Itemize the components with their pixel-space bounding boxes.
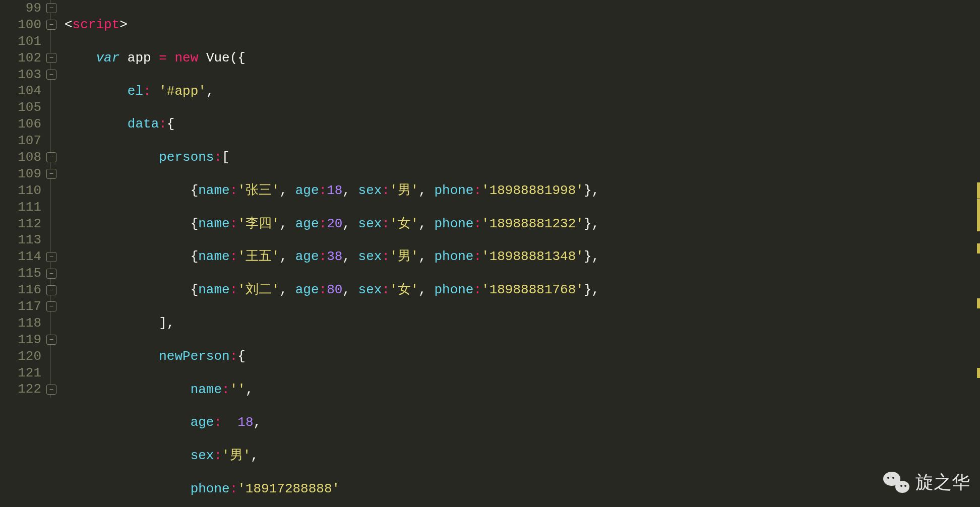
line-number-gutter: 99 100 101 102 103 104 105 106 107 108 1… [0,0,46,507]
fold-row [46,365,65,382]
code-line[interactable]: <script> [65,17,980,33]
line-number: 112 [0,216,46,232]
line-number: 120 [0,348,46,365]
line-number: 119 [0,332,46,348]
line-number: 113 [0,232,46,248]
fold-open-icon[interactable]: − [46,335,56,345]
code-line[interactable]: {name:'刘二', age:80, sex:'女', phone:'1898… [65,282,980,298]
fold-row: − [46,50,65,67]
line-number: 107 [0,133,46,149]
line-number: 108 [0,149,46,166]
code-editor[interactable]: 99 100 101 102 103 104 105 106 107 108 1… [0,0,980,507]
fold-row [46,182,65,199]
change-marker [977,182,980,199]
fold-gutter: −−−−−−−−−−−− [46,0,65,507]
fold-row: − [46,381,65,398]
watermark: 旋之华 [883,472,970,493]
fold-open-icon[interactable]: − [46,20,56,30]
line-number: 122 [0,381,46,398]
line-number: 111 [0,199,46,216]
fold-row: − [46,149,65,166]
fold-row [46,83,65,99]
fold-open-icon[interactable]: − [46,3,56,13]
fold-open-icon[interactable]: − [46,285,56,295]
code-line[interactable]: el: '#app', [65,83,980,100]
code-area[interactable]: <script> var app = new Vue({ el: '#app',… [65,0,980,507]
line-number: 115 [0,265,46,282]
line-number: 121 [0,365,46,382]
code-line[interactable]: phone:'18917288888' [65,481,980,497]
fold-open-icon[interactable]: − [46,53,56,63]
fold-row: − [46,0,65,17]
fold-row: − [46,17,65,33]
line-number: 102 [0,50,46,67]
fold-row [46,232,65,248]
code-line[interactable]: {name:'王五', age:38, sex:'男', phone:'1898… [65,248,980,265]
line-number: 117 [0,298,46,315]
fold-open-icon[interactable]: − [46,169,56,179]
fold-row [46,116,65,133]
line-number: 118 [0,315,46,332]
code-line[interactable]: age: 18, [65,414,980,431]
change-markers [977,0,980,507]
fold-open-icon[interactable]: − [46,301,56,311]
fold-row: − [46,248,65,265]
fold-row: − [46,67,65,83]
fold-row: − [46,166,65,182]
fold-close-icon[interactable]: − [46,269,56,279]
fold-close-icon[interactable]: − [46,252,56,262]
watermark-text: 旋之华 [915,474,970,491]
line-number: 100 [0,17,46,33]
line-number: 104 [0,83,46,99]
change-marker [977,298,980,308]
line-number: 114 [0,248,46,265]
wechat-icon [883,472,909,493]
code-line[interactable]: ], [65,315,980,332]
code-line[interactable]: {name:'张三', age:18, sex:'男', phone:'1898… [65,182,980,199]
code-line[interactable]: data:{ [65,116,980,133]
fold-row [46,199,65,216]
fold-close-icon[interactable]: − [46,385,56,395]
fold-row [46,348,65,365]
code-line[interactable]: var app = new Vue({ [65,50,980,67]
line-number: 105 [0,99,46,116]
code-line[interactable]: name:'', [65,382,980,398]
line-number: 101 [0,33,46,50]
line-number: 103 [0,67,46,83]
line-number: 106 [0,116,46,133]
fold-close-icon[interactable]: − [46,152,56,162]
fold-row [46,216,65,232]
change-marker [977,215,980,231]
line-number: 110 [0,182,46,199]
change-marker [977,368,980,378]
fold-row: − [46,265,65,282]
line-number: 109 [0,166,46,182]
fold-row [46,315,65,332]
fold-row: − [46,282,65,298]
fold-row [46,133,65,149]
code-line[interactable]: {name:'李四', age:20, sex:'女', phone:'1898… [65,216,980,232]
line-number: 99 [0,0,46,17]
fold-open-icon[interactable]: − [46,70,56,80]
code-line[interactable]: newPerson:{ [65,348,980,365]
code-line[interactable]: persons:[ [65,149,980,166]
change-marker [977,243,980,254]
fold-row [46,33,65,50]
change-marker [977,199,980,215]
code-line[interactable]: sex:'男', [65,448,980,464]
fold-row [46,99,65,116]
fold-row: − [46,298,65,315]
fold-row: − [46,332,65,348]
line-number: 116 [0,282,46,298]
